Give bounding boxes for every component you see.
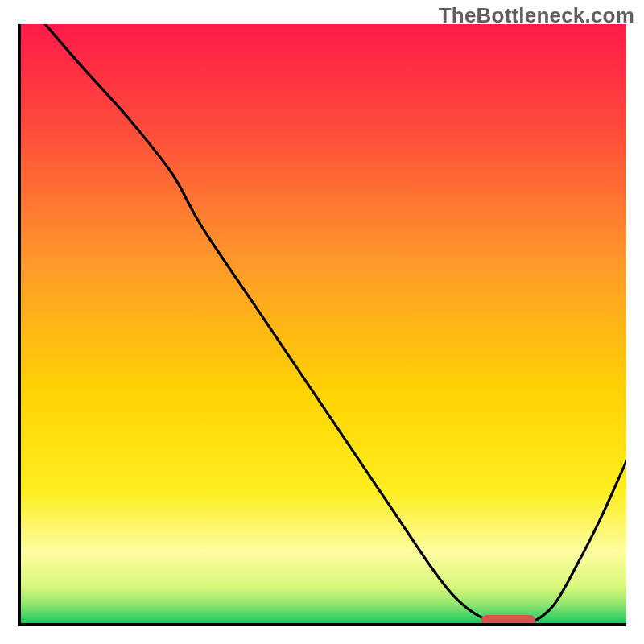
chart-stage: TheBottleneck.com bbox=[0, 0, 644, 644]
axes-frame bbox=[18, 24, 626, 626]
watermark-text: TheBottleneck.com bbox=[439, 3, 634, 28]
